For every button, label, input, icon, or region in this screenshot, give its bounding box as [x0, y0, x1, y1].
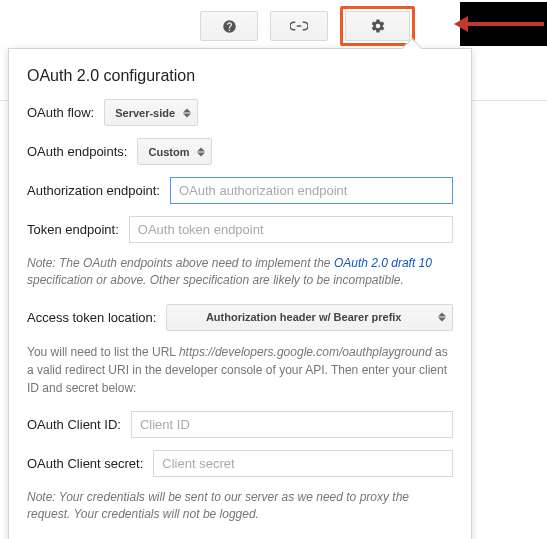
oauth-client-secret-label: OAuth Client secret: [27, 456, 143, 471]
note-text: Note: The OAuth endpoints above need to … [27, 256, 334, 270]
oauth-endpoints-select[interactable]: Custom [137, 138, 212, 165]
oauth-flow-value: Server-side [115, 107, 175, 119]
chevron-updown-icon [183, 108, 191, 117]
note-text: specification or above. Other specificat… [27, 273, 404, 287]
oauth-client-id-label: OAuth Client ID: [27, 417, 121, 432]
help-icon [222, 19, 237, 34]
token-endpoint-input[interactable] [129, 216, 453, 243]
authorization-endpoint-label: Authorization endpoint: [27, 183, 160, 198]
callout-arrow [454, 18, 544, 30]
oauth-flow-label: OAuth flow: [27, 105, 94, 120]
access-token-location-value: Authorization header w/ Bearer prefix [177, 311, 430, 323]
access-token-location-label: Access token location: [27, 310, 156, 325]
panel-title: OAuth 2.0 configuration [27, 67, 453, 85]
oauth-endpoints-value: Custom [148, 146, 189, 158]
redirect-uri-url: https://developers.google.com/oauthplayg… [179, 345, 432, 359]
chevron-updown-icon [197, 147, 205, 156]
link-button[interactable] [270, 11, 328, 41]
access-token-location-select[interactable]: Authorization header w/ Bearer prefix [166, 304, 453, 331]
token-endpoint-label: Token endpoint: [27, 222, 119, 237]
oauth-config-panel: OAuth 2.0 configuration OAuth flow: Serv… [8, 48, 472, 539]
chevron-updown-icon [438, 313, 446, 322]
help-button[interactable] [200, 11, 258, 41]
authorization-endpoint-input[interactable] [170, 177, 453, 204]
settings-button-highlighted[interactable] [340, 6, 415, 46]
oauth-endpoints-label: OAuth endpoints: [27, 144, 127, 159]
link-icon [290, 20, 308, 32]
oauth-client-secret-input[interactable] [153, 450, 453, 477]
oauth-draft-link[interactable]: OAuth 2.0 draft 10 [334, 256, 432, 270]
oauth-client-id-input[interactable] [131, 411, 453, 438]
info-text: You will need to list the URL [27, 345, 179, 359]
redirect-uri-info: You will need to list the URL https://de… [27, 343, 453, 397]
oauth-flow-select[interactable]: Server-side [104, 99, 198, 126]
endpoints-note: Note: The OAuth endpoints above need to … [27, 255, 453, 290]
gear-icon [370, 18, 386, 34]
credentials-note: Note: Your credentials will be sent to o… [27, 489, 453, 524]
